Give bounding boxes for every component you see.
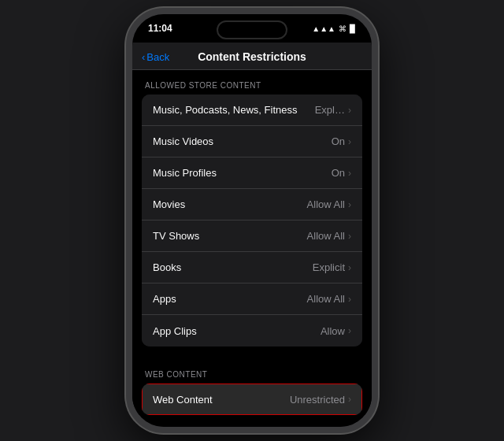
item-label: Apps <box>153 293 176 305</box>
navigation-bar: ‹ Back Content Restrictions <box>132 43 372 70</box>
item-value: Allow › <box>321 325 351 337</box>
wifi-icon: ⌘ <box>339 24 346 33</box>
item-label: TV Shows <box>153 230 199 242</box>
chevron-icon: › <box>348 199 351 210</box>
item-value: Allow All › <box>307 230 351 242</box>
item-value: Unrestricted › <box>290 394 351 406</box>
allowed-store-content-list: Music, Podcasts, News, Fitness Expl… › M… <box>142 94 362 346</box>
list-item-apps[interactable]: Apps Allow All › <box>142 284 362 315</box>
chevron-icon: › <box>348 168 351 179</box>
phone: 11:04 ▲▲▲ ⌘ ▉ ‹ Back Content Restriction… <box>126 8 378 433</box>
status-icons: ▲▲▲ ⌘ ▉ <box>312 24 356 33</box>
item-value: Expl… › <box>315 104 351 116</box>
chevron-icon: › <box>348 231 351 242</box>
list-item-web-content[interactable]: Web Content Unrestricted › <box>142 384 362 415</box>
item-label: Books <box>153 261 181 273</box>
chevron-icon: › <box>348 325 351 336</box>
chevron-icon: › <box>348 394 351 405</box>
battery-icon: ▉ <box>350 24 356 33</box>
section-header-allowed-store: ALLOWED STORE CONTENT <box>132 70 372 94</box>
item-value: On › <box>332 167 351 179</box>
list-item-movies[interactable]: Movies Allow All › <box>142 189 362 220</box>
item-value: Allow All › <box>307 293 351 305</box>
chevron-icon: › <box>348 136 351 147</box>
item-label: Music Videos <box>153 135 213 147</box>
item-label: Music, Podcasts, News, Fitness <box>153 104 298 116</box>
item-value: Allow All › <box>307 198 351 210</box>
item-value: On › <box>332 135 351 147</box>
list-item-app-clips[interactable]: App Clips Allow › <box>142 315 362 346</box>
item-label: Web Content <box>153 394 213 406</box>
item-label: Music Profiles <box>153 167 217 179</box>
chevron-icon: › <box>348 105 351 116</box>
list-item-music-profiles[interactable]: Music Profiles On › <box>142 158 362 189</box>
back-button[interactable]: ‹ Back <box>142 51 169 63</box>
status-bar: 11:04 ▲▲▲ ⌘ ▉ <box>132 14 372 43</box>
dynamic-island <box>217 20 287 39</box>
list-item-books[interactable]: Books Explicit › <box>142 252 362 284</box>
list-item-music-podcasts[interactable]: Music, Podcasts, News, Fitness Expl… › <box>142 94 362 126</box>
item-label: Movies <box>153 198 185 210</box>
chevron-icon: › <box>348 294 351 305</box>
section-header-web-content: WEB CONTENT <box>132 359 372 384</box>
status-time: 11:04 <box>148 23 172 34</box>
web-content-list: Web Content Unrestricted › <box>142 384 362 415</box>
list-item-tv-shows[interactable]: TV Shows Allow All › <box>142 220 362 252</box>
page-title: Content Restrictions <box>198 50 306 63</box>
scroll-content[interactable]: ALLOWED STORE CONTENT Music, Podcasts, N… <box>132 70 372 415</box>
item-label: App Clips <box>153 325 197 337</box>
list-item-music-videos[interactable]: Music Videos On › <box>142 126 362 158</box>
signal-icon: ▲▲▲ <box>312 24 335 33</box>
chevron-icon: › <box>348 262 351 273</box>
screen: ‹ Back Content Restrictions ALLOWED STOR… <box>132 43 372 427</box>
back-label: Back <box>146 51 169 63</box>
item-value: Explicit › <box>313 261 351 273</box>
back-chevron-icon: ‹ <box>142 51 145 63</box>
